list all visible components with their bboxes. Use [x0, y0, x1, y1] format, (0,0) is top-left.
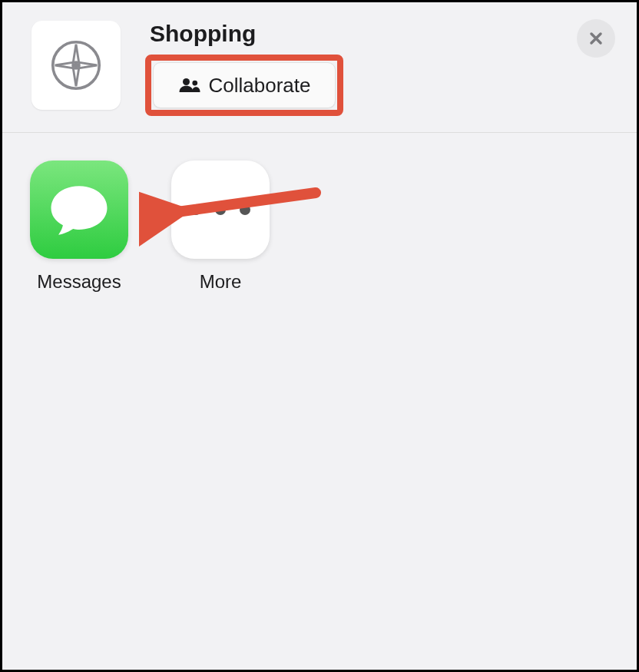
- compass-icon: [48, 38, 104, 93]
- collaborate-label: Collaborate: [209, 74, 311, 98]
- speech-bubble-icon: [42, 173, 116, 247]
- messages-app-icon: [30, 161, 128, 259]
- ellipsis-icon: [190, 204, 250, 215]
- svg-point-5: [192, 81, 197, 86]
- app-label: More: [200, 271, 242, 293]
- close-button[interactable]: [577, 19, 615, 58]
- more-app-icon: [171, 161, 270, 259]
- share-app-more[interactable]: More: [171, 161, 270, 293]
- item-title: Shopping: [150, 21, 343, 47]
- share-apps-row: Messages More: [2, 133, 637, 670]
- people-icon: [178, 77, 201, 94]
- close-icon: [588, 31, 604, 46]
- svg-point-3: [73, 62, 78, 68]
- share-sheet: Shopping Collaborate: [0, 0, 639, 672]
- app-label: Messages: [37, 271, 121, 293]
- share-header: Shopping Collaborate: [2, 2, 637, 133]
- collaborate-button[interactable]: Collaborate: [153, 62, 336, 108]
- collaborate-highlight: Collaborate: [145, 55, 343, 116]
- svg-point-4: [183, 78, 190, 85]
- header-text-block: Shopping Collaborate: [145, 16, 343, 116]
- share-app-messages[interactable]: Messages: [30, 161, 128, 293]
- item-thumbnail: [31, 21, 121, 110]
